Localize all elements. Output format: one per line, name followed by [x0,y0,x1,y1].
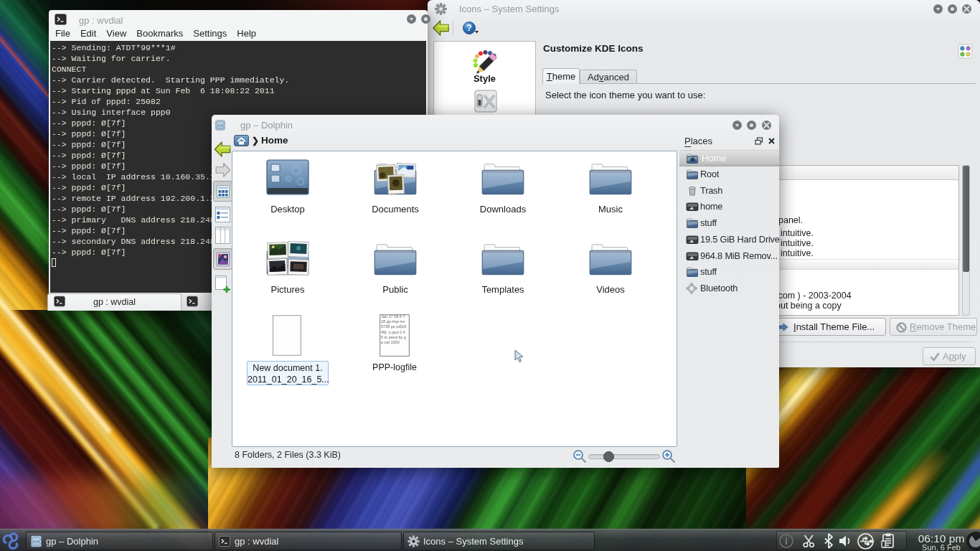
svg-text:?: ? [466,23,472,33]
svg-text:i: i [785,536,788,547]
